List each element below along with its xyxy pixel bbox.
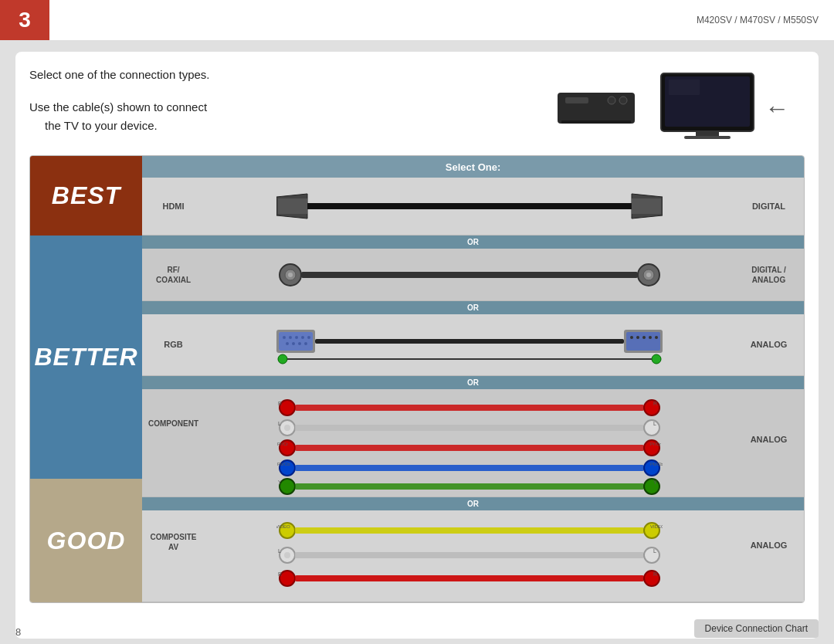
intro-line2: Use the cable(s) shown to connect [29, 98, 210, 117]
best-label: BEST [52, 181, 120, 210]
svg-point-54 [644, 420, 659, 436]
section-better-label: BETTER [30, 236, 142, 479]
svg-text:R: R [278, 571, 282, 577]
coax-left-label: RF/COAXIAL [148, 265, 198, 285]
svg-rect-33 [279, 332, 313, 351]
select-one-header: Select One: [142, 156, 804, 178]
svg-rect-83 [295, 552, 644, 558]
rgb-row: RGB [142, 314, 804, 376]
svg-point-82 [284, 552, 290, 558]
svg-text:Y: Y [653, 480, 657, 485]
stb-device [554, 83, 639, 133]
svg-text:Pr/Cr: Pr/Cr [650, 442, 661, 446]
svg-point-37 [630, 336, 633, 339]
section-good-label: GOOD [30, 479, 142, 602]
select-one-label: Select One: [446, 161, 501, 173]
svg-rect-59 [295, 445, 644, 451]
rgb-cable-visual [198, 322, 740, 368]
composite-left-label: COMPOSITEAV [148, 517, 198, 552]
svg-point-41 [655, 336, 658, 339]
svg-point-39 [642, 336, 646, 339]
svg-point-21 [646, 273, 651, 277]
model-number: M420SV / M470SV / M550SV [697, 15, 819, 25]
svg-rect-53 [295, 425, 644, 431]
svg-point-2 [608, 97, 615, 104]
svg-text:VIDEO: VIDEO [650, 524, 663, 529]
page-number: 8 [15, 626, 21, 638]
intro-line3: the TV to your device. [29, 117, 210, 135]
svg-rect-9 [669, 80, 700, 95]
svg-rect-65 [295, 465, 644, 471]
svg-point-46 [284, 405, 290, 411]
svg-rect-36 [626, 332, 660, 351]
composite-right-label: ANALOG [740, 517, 798, 551]
svg-text:R: R [653, 401, 657, 406]
svg-point-43 [652, 354, 661, 364]
header-logo: 3 [0, 0, 49, 40]
arrow-icon: ← [764, 94, 789, 123]
svg-rect-47 [295, 405, 644, 411]
composite-row: COMPOSITEAV VIDEO VIDEO [142, 510, 804, 602]
or-divider-1: OR [142, 236, 804, 249]
svg-point-70 [284, 483, 290, 490]
or-label-2: OR [467, 303, 479, 312]
svg-text:Pb/Cb: Pb/Cb [650, 462, 663, 466]
svg-point-38 [636, 336, 639, 339]
rgb-left-label: RGB [148, 339, 198, 350]
svg-rect-34 [315, 339, 624, 344]
connection-rows: Select One: HDMI D [142, 156, 804, 602]
connection-chart: BEST BETTER GOOD Select One: HDMI [29, 155, 805, 603]
or-divider-2: OR [142, 301, 804, 314]
svg-rect-71 [295, 483, 644, 490]
or-label-3: OR [467, 378, 479, 387]
good-label: GOOD [47, 527, 126, 555]
svg-point-84 [644, 547, 659, 563]
intro-line1: Select one of the connection types. [29, 66, 210, 84]
tv-device [657, 72, 758, 144]
component-row: COMPONENT R R [142, 389, 804, 497]
svg-text:L: L [278, 548, 281, 554]
svg-rect-12 [307, 203, 632, 209]
svg-text:VIDEO: VIDEO [276, 524, 290, 529]
svg-text:L: L [278, 421, 281, 426]
svg-point-17 [288, 273, 293, 277]
svg-text:Y: Y [278, 480, 282, 485]
chart-label: Device Connection Chart [694, 619, 819, 638]
or-divider-3: OR [142, 376, 804, 389]
section-labels: BEST BETTER GOOD [30, 156, 142, 602]
coax-row: RF/COAXIAL DIGITAL /AN [142, 249, 804, 301]
section-best-label: BEST [30, 156, 142, 236]
or-divider-4: OR [142, 497, 804, 510]
or-label-1: OR [467, 238, 479, 246]
svg-text:Pr/Cr: Pr/Cr [277, 442, 288, 446]
component-left-label: COMPONENT [148, 395, 198, 429]
svg-rect-8 [684, 136, 731, 139]
svg-text:R: R [278, 401, 282, 406]
svg-text:L: L [653, 548, 656, 554]
svg-point-3 [619, 97, 627, 104]
composite-cable-visual: VIDEO VIDEO L L R [198, 517, 740, 594]
svg-point-52 [284, 425, 290, 431]
svg-point-88 [284, 575, 290, 581]
svg-rect-1 [565, 97, 588, 103]
svg-rect-4 [561, 120, 631, 124]
hdmi-row: HDMI DIGITAL [142, 178, 804, 236]
svg-rect-89 [295, 575, 644, 581]
component-cable-visual: R R L L Pr/Cr [198, 395, 740, 496]
hdmi-cable-visual [198, 191, 740, 222]
hdmi-left-label: HDMI [148, 201, 198, 212]
svg-text:R: R [653, 571, 657, 577]
svg-text:L: L [653, 421, 656, 426]
coax-cable-visual [198, 261, 740, 289]
svg-text:Pb/Cb: Pb/Cb [277, 462, 290, 466]
component-right-label: ANALOG [740, 395, 798, 445]
svg-rect-18 [301, 272, 638, 278]
svg-point-42 [278, 354, 287, 364]
svg-rect-77 [295, 527, 644, 534]
coax-right-label: DIGITAL /ANALOG [740, 265, 798, 285]
better-label: BETTER [35, 343, 138, 371]
hdmi-right-label: DIGITAL [740, 201, 798, 212]
svg-point-72 [644, 479, 659, 494]
svg-point-40 [649, 336, 652, 339]
main-content: Select one of the connection types. Use … [15, 52, 819, 639]
